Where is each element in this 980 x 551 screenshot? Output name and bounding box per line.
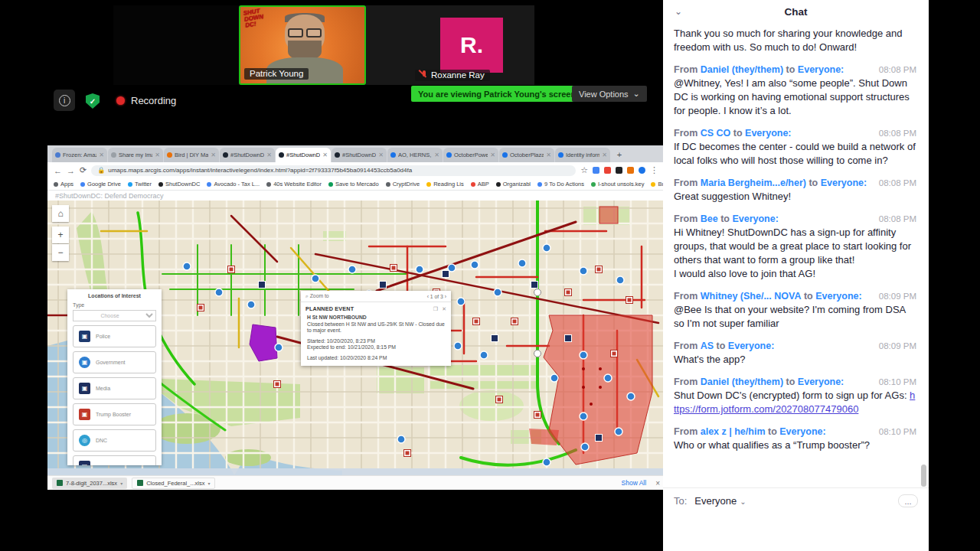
- map-marker-red[interactable]: [473, 318, 480, 325]
- tab-close-icon[interactable]: ✕: [99, 152, 104, 158]
- download-chip[interactable]: Closed_Federal_...xlsx▾: [132, 478, 215, 489]
- map-marker-navy[interactable]: [565, 335, 572, 342]
- map-home-button[interactable]: ⌂: [52, 205, 69, 222]
- browser-tab[interactable]: Bird | DIY Manage...✕: [164, 148, 219, 162]
- map-marker-red[interactable]: [274, 381, 281, 388]
- back-button[interactable]: ←: [54, 166, 62, 175]
- chat-message-list[interactable]: Thank you so much for sharing your knowl…: [663, 23, 929, 487]
- popup-zoom-to[interactable]: ⌕ Zoom to: [305, 293, 329, 299]
- extension-icon[interactable]: [616, 167, 622, 174]
- map-marker-blue[interactable]: [580, 351, 587, 359]
- map-marker-blue[interactable]: [604, 374, 612, 382]
- browser-tab[interactable]: AO, HERNS, 45, U...✕: [387, 148, 443, 162]
- tab-close-icon[interactable]: ✕: [211, 152, 216, 158]
- map-marker-navy[interactable]: [443, 271, 449, 278]
- browser-tab[interactable]: #ShutDownDC Def...✕: [332, 148, 387, 162]
- new-tab-button[interactable]: +: [613, 148, 626, 161]
- map-marker-blue[interactable]: [183, 262, 191, 270]
- bookmark-item[interactable]: ShutDownDC: [158, 181, 200, 187]
- video-tile-patrick[interactable]: SHUT DOWN DC! Patrick Young: [239, 5, 366, 85]
- browser-tab[interactable]: #ShutDownDC: Def...✕: [276, 148, 331, 162]
- map-zoom-in-button[interactable]: +: [52, 227, 69, 243]
- extension-icon[interactable]: [604, 167, 611, 174]
- bookmark-item[interactable]: ABP: [471, 181, 489, 187]
- bookmark-item[interactable]: Apps: [54, 181, 74, 187]
- refresh-button[interactable]: ⟳: [80, 165, 87, 175]
- map-marker-blue[interactable]: [348, 266, 356, 273]
- map-marker-red[interactable]: [565, 289, 572, 296]
- legend-item-police[interactable]: ▣Police: [73, 325, 156, 347]
- map-marker-blue[interactable]: [275, 344, 283, 351]
- map-marker-red[interactable]: [496, 396, 503, 403]
- browser-tab[interactable]: OctoberPlaza Win...✕: [499, 148, 554, 162]
- bookmark-item[interactable]: CryptDrive: [386, 181, 420, 187]
- browser-tab[interactable]: Identity informatio...✕: [555, 148, 610, 162]
- map-marker-blue[interactable]: [580, 267, 587, 275]
- tab-close-icon[interactable]: ✕: [378, 152, 384, 158]
- encryption-shield-icon[interactable]: ✓: [86, 93, 100, 109]
- legend-filter-select[interactable]: Choose: [73, 310, 156, 321]
- map-marker-blue[interactable]: [471, 261, 479, 269]
- map-marker-blue[interactable]: [454, 342, 462, 350]
- map-marker-navy[interactable]: [492, 335, 498, 342]
- recipient-dropdown[interactable]: Everyone⌄: [694, 495, 746, 507]
- map-marker-blue[interactable]: [397, 435, 405, 443]
- chat-collapse-chevron-icon[interactable]: ⌄: [675, 6, 682, 17]
- video-tile-roxanne[interactable]: R. Roxanne Ray: [366, 5, 534, 85]
- bookmark-item[interactable]: Google Drive: [80, 181, 121, 187]
- extension-icon[interactable]: [627, 167, 634, 174]
- bookmark-item[interactable]: Reading Lis: [426, 181, 464, 187]
- browser-tab[interactable]: OctoberPower ann...✕: [443, 148, 498, 162]
- tab-close-icon[interactable]: ✕: [155, 152, 160, 158]
- show-all-downloads-link[interactable]: Show All: [622, 479, 647, 487]
- browser-tab[interactable]: Frozen: Amazon R...✕: [52, 148, 107, 162]
- chat-scrollbar-thumb[interactable]: [921, 465, 926, 487]
- map-marker-blue[interactable]: [247, 301, 255, 308]
- map-marker-red[interactable]: [228, 266, 235, 273]
- map-marker-navy[interactable]: [531, 282, 538, 289]
- map-marker-red[interactable]: [596, 266, 603, 273]
- map-marker-blue[interactable]: [480, 351, 488, 359]
- map-marker-blue[interactable]: [215, 289, 223, 296]
- chat-more-button[interactable]: ...: [898, 494, 918, 507]
- map-canvas[interactable]: ⌂ + − Locations of Interest Type Choose …: [47, 201, 665, 475]
- map-marker-blue[interactable]: [457, 298, 465, 305]
- map-marker-navy[interactable]: [380, 282, 387, 289]
- legend-item-media[interactable]: ▣Media: [73, 377, 156, 399]
- tab-close-icon[interactable]: ✕: [322, 152, 328, 158]
- downloads-close-icon[interactable]: ×: [655, 479, 660, 487]
- profile-avatar[interactable]: [639, 167, 645, 174]
- map-marker-blue[interactable]: [615, 428, 622, 435]
- map-marker-blue[interactable]: [616, 276, 624, 284]
- address-bar[interactable]: 🔒 umaps.maps.arcgis.com/apps/instant/int…: [91, 165, 576, 176]
- bookmark-star-icon[interactable]: ☆: [580, 165, 588, 175]
- tab-close-icon[interactable]: ✕: [434, 152, 439, 158]
- browser-tab[interactable]: #ShutDownDC Def...✕: [220, 148, 275, 162]
- map-marker-blue[interactable]: [494, 289, 501, 296]
- legend-item-partial[interactable]: ▣: [73, 455, 156, 465]
- map-marker-red[interactable]: [611, 350, 618, 357]
- map-marker-red[interactable]: [626, 297, 633, 304]
- map-marker-blue[interactable]: [312, 275, 319, 282]
- message-link[interactable]: https://form.jotform.com/202708077479060: [674, 390, 915, 415]
- bookmark-item[interactable]: Avocado - Tax L...: [207, 181, 260, 187]
- tab-close-icon[interactable]: ✕: [490, 152, 495, 158]
- bookmark-item[interactable]: I-shout unsols.key: [591, 181, 644, 187]
- legend-item-trump-booster[interactable]: ▣Trump Booster: [73, 403, 156, 425]
- map-marker-blue[interactable]: [627, 393, 635, 400]
- download-chip[interactable]: 7-8-digit_2037...xlsx▾: [52, 478, 127, 489]
- forward-button[interactable]: →: [67, 166, 75, 175]
- popup-pager[interactable]: ‹ 1 of 3 ›: [427, 294, 446, 299]
- map-marker-blue[interactable]: [416, 266, 423, 273]
- map-marker-blue[interactable]: [580, 412, 587, 420]
- bookmark-item[interactable]: 40s Website Editor: [266, 181, 322, 187]
- map-marker-blue[interactable]: [543, 244, 550, 252]
- map-marker-red[interactable]: [198, 305, 204, 311]
- popup-close-icon[interactable]: ✕: [442, 306, 446, 312]
- bookmark-item[interactable]: Twitter: [128, 181, 152, 187]
- map-marker-red[interactable]: [404, 450, 411, 457]
- tab-close-icon[interactable]: ✕: [266, 152, 272, 158]
- map-marker-red[interactable]: [534, 412, 541, 419]
- map-marker-blue[interactable]: [518, 259, 526, 267]
- bookmark-item[interactable]: Save to Mercado: [328, 181, 379, 187]
